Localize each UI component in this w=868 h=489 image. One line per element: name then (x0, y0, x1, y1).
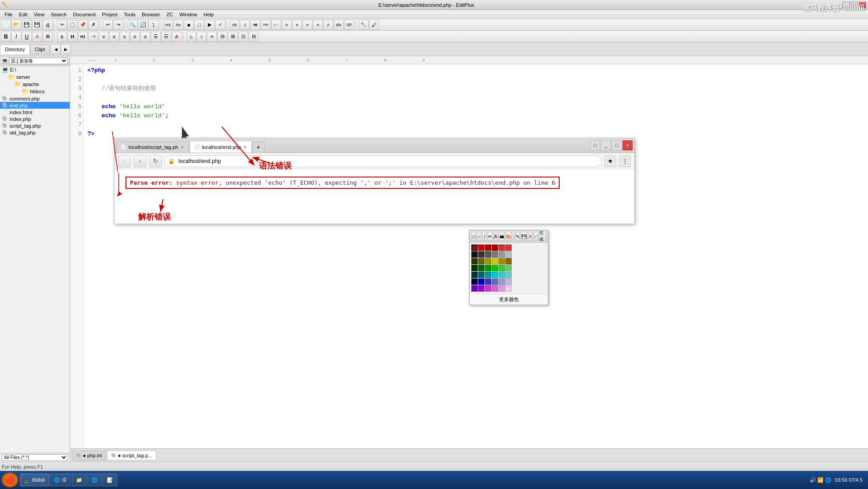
cp-tool-paint[interactable]: 🎨 (505, 232, 512, 241)
cp-tool-done[interactable]: 完成 (539, 232, 546, 241)
cp-swatch-g5[interactable] (499, 251, 505, 258)
tb-b12[interactable]: ≡ (282, 20, 292, 30)
dir-btn-left[interactable]: ◀ (51, 44, 61, 54)
tab-scripttag[interactable]: 🐘 ● script_tag.p... (107, 451, 156, 460)
cp-swatch-g2[interactable] (478, 251, 484, 258)
tab2-close[interactable]: × (243, 144, 247, 150)
more-button[interactable]: ⋮ (619, 155, 631, 167)
taskbar-explorer[interactable]: 📁 (72, 474, 86, 486)
tb-b2[interactable]: Hv (173, 20, 183, 30)
cp-tool-delete[interactable]: ✗ (528, 232, 532, 241)
tb-b3[interactable]: ■ (184, 20, 194, 30)
forward-button[interactable]: › (134, 155, 146, 168)
cp-swatch-gn3[interactable] (485, 265, 491, 271)
tb2-b17[interactable]: ⊡ (238, 32, 248, 42)
tb2-table[interactable]: ⊞ (43, 32, 53, 42)
cp-swatch-g1[interactable] (471, 251, 478, 258)
menu-window[interactable]: Window (177, 11, 200, 18)
tb-b10[interactable]: HH (261, 20, 271, 30)
tb2-b2[interactable]: H (67, 32, 77, 42)
cp-swatch-gn4[interactable] (492, 265, 498, 271)
tb-save[interactable]: 💾 (22, 20, 32, 30)
tb-open[interactable]: 📂 (11, 20, 21, 30)
tab-directory[interactable]: Directory (0, 44, 30, 54)
tb-c1[interactable]: 🔧 (359, 20, 369, 30)
taskbar-bilibili[interactable]: 📺 Bilibili (20, 474, 49, 486)
browser-minimize[interactable]: _ (601, 140, 611, 150)
tb-b9[interactable]: HI (250, 20, 260, 30)
tb2-h1[interactable]: H1 (78, 32, 88, 42)
tb2-bold[interactable]: B (1, 32, 11, 42)
cp-swatch-gn2[interactable] (478, 265, 484, 271)
cp-swatch-b1[interactable] (471, 278, 478, 285)
cp-swatch-r1[interactable] (478, 244, 484, 251)
back-button[interactable]: ‹ (118, 155, 131, 168)
browser-tab-1[interactable]: 📄 localhost/script_tag.ph × (116, 141, 189, 153)
cp-swatch-g4[interactable] (492, 251, 498, 258)
tb-b1[interactable]: HX (163, 20, 173, 30)
tb-b14[interactable]: ≡ (302, 20, 312, 30)
cp-tool-rect[interactable]: □ (471, 232, 476, 241)
cp-swatch-r4[interactable] (499, 244, 505, 251)
cp-swatch-r3[interactable] (492, 244, 498, 251)
tb2-b12[interactable]: ⎌ (186, 32, 196, 42)
tb-b5[interactable]: ▶ (205, 20, 215, 30)
tb-redo[interactable]: ↪ (113, 20, 123, 30)
file-comment-php[interactable]: 🐘 comment.php (0, 95, 70, 102)
cp-swatch-b5[interactable] (499, 278, 505, 285)
file-index-php[interactable]: 🐘 index.php (0, 115, 70, 122)
cp-swatch-t5[interactable] (499, 272, 505, 278)
cp-swatch-b2[interactable] (478, 278, 484, 285)
cp-tool-edit[interactable]: ✎ (515, 232, 520, 241)
menu-edit[interactable]: Edit (16, 11, 30, 18)
cp-tool-pen[interactable]: ✏ (488, 232, 492, 241)
refresh-button[interactable]: ↻ (149, 155, 162, 168)
file-end-php[interactable]: 🐘 end.php (0, 102, 70, 109)
tb-b13[interactable]: ≡ (292, 20, 302, 30)
tb-b16[interactable]: A (323, 20, 333, 30)
tb-div[interactable]: div (334, 20, 344, 30)
tb2-b5[interactable]: ≡ (109, 32, 119, 42)
cp-swatch-p5[interactable] (499, 285, 505, 292)
cp-swatch-gn5[interactable] (499, 265, 505, 271)
tb-paste[interactable]: 📌 (78, 20, 88, 30)
tb2-b13[interactable]: ⎀ (197, 32, 206, 42)
dir-btn-right[interactable]: ▶ (61, 44, 71, 54)
tb-find[interactable]: 🔍 (128, 20, 138, 30)
cp-tool-mountain[interactable]: 🏔 (499, 232, 504, 241)
cp-swatch-o4[interactable] (492, 258, 498, 264)
cp-swatch-b3[interactable] (485, 278, 491, 285)
menu-view[interactable]: View (31, 11, 48, 18)
tb-b8[interactable]: J (240, 20, 250, 30)
tb-replace[interactable]: 🔄 (138, 20, 148, 30)
tb-b6[interactable]: ✓ (215, 20, 225, 30)
more-colors-btn[interactable]: 更多颜色 (470, 294, 548, 305)
cp-swatch-p4[interactable] (492, 285, 498, 292)
drive-dropdown[interactable]: [E:] 新加卷 (9, 58, 68, 64)
cp-swatch-t1[interactable] (471, 272, 478, 278)
cp-swatch-o6[interactable] (505, 258, 512, 264)
tb2-b10[interactable]: ☰ (161, 32, 171, 42)
menu-zc[interactable]: ZC (164, 11, 176, 18)
tb-findnext[interactable]: ⤵ (149, 20, 158, 30)
tab1-close[interactable]: × (180, 144, 184, 150)
cp-swatch-o3[interactable] (485, 258, 491, 264)
tb-b7[interactable]: nb (230, 20, 240, 30)
tb-copy[interactable]: 📋 (67, 20, 77, 30)
tb2-b9[interactable]: ☰ (151, 32, 161, 42)
menu-file[interactable]: File (2, 11, 15, 18)
tab-cliptext[interactable]: Clipt (30, 44, 50, 54)
menu-browser[interactable]: Browser (139, 11, 163, 18)
tb-b11[interactable]: |← (271, 20, 281, 30)
cp-swatch-g3[interactable] (485, 251, 491, 258)
browser-restore[interactable]: □ (590, 140, 600, 150)
tb-undo[interactable]: ↩ (103, 20, 113, 30)
browser-close[interactable]: × (623, 140, 633, 150)
cp-tool-save2[interactable]: 💾 (521, 232, 527, 241)
tree-server[interactable]: 📁 server (0, 73, 70, 81)
tb2-color[interactable]: A (32, 32, 42, 42)
cp-swatch-p2[interactable] (478, 285, 484, 292)
menu-tools[interactable]: Tools (121, 11, 139, 18)
file-script-tag-php[interactable]: 🐘 script_tag.php (0, 122, 70, 129)
cp-swatch-t3[interactable] (485, 272, 491, 278)
